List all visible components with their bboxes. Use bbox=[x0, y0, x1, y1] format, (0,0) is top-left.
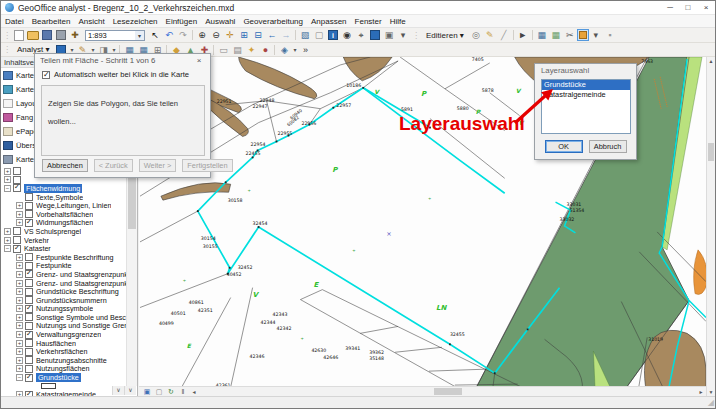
attributes-icon[interactable]: ▦ bbox=[535, 29, 548, 41]
close-button[interactable]: × bbox=[697, 3, 715, 12]
tree-row[interactable] bbox=[1, 382, 127, 391]
map-vertical-scrollbar[interactable]: ▲ ▼ bbox=[706, 57, 715, 396]
select-cursor-icon[interactable]: ↖ bbox=[149, 29, 162, 41]
layer-visibility-checkbox[interactable] bbox=[25, 202, 33, 210]
layer-listbox[interactable]: GrundstückeKatastralgemeinde bbox=[541, 79, 631, 134]
wizard-dialog[interactable]: Teilen mit Fläche - Schritt 1 von 6 × Au… bbox=[34, 53, 211, 178]
map-horizontal-scrollbar[interactable] bbox=[199, 387, 696, 396]
layer-list-item[interactable]: Katastralgemeinde bbox=[542, 90, 630, 100]
layer-visibility-checkbox[interactable] bbox=[25, 253, 33, 261]
layer-visibility-checkbox[interactable] bbox=[25, 219, 33, 227]
tree-expander-icon[interactable]: + bbox=[4, 237, 11, 244]
toc-scroll-down-icon[interactable]: ∨ bbox=[112, 386, 124, 395]
tree-expander-icon[interactable]: + bbox=[16, 340, 23, 347]
layer-visibility-checkbox[interactable] bbox=[13, 227, 21, 235]
tree-expander-icon[interactable]: + bbox=[16, 262, 23, 269]
tree-expander-icon[interactable]: + bbox=[16, 271, 23, 278]
layer-visibility-checkbox[interactable] bbox=[25, 348, 33, 356]
tree-expander-icon[interactable]: + bbox=[16, 322, 23, 329]
layer-visibility-checkbox[interactable] bbox=[13, 184, 21, 192]
attribute-table-icon[interactable]: ▦ bbox=[549, 29, 562, 41]
tree-expander-icon[interactable]: + bbox=[4, 176, 11, 183]
tree-row[interactable]: +Wege,Leitungen, Linien bbox=[1, 201, 127, 210]
redo-icon[interactable]: ↷ bbox=[177, 29, 190, 41]
maximize-button[interactable]: □ bbox=[679, 3, 697, 12]
tree-row[interactable]: +Grenz- und Staatsgrenzpunkte bbox=[1, 279, 127, 288]
point-tool-icon[interactable]: ● bbox=[259, 44, 272, 56]
menu-lesezeichen[interactable]: Lesezeichen bbox=[109, 17, 162, 26]
tree-row[interactable]: +Nutzungs und Sonstige Grenzen bbox=[1, 322, 127, 331]
print-layout-icon[interactable]: ▭ bbox=[217, 44, 230, 56]
cut-polygons-icon[interactable]: ✂ bbox=[563, 29, 576, 41]
go-to-xy-icon[interactable]: ⌖ bbox=[355, 29, 368, 41]
print-icon[interactable] bbox=[56, 30, 66, 40]
wizard-close-icon[interactable]: × bbox=[193, 56, 205, 65]
dropdown-caret-icon[interactable]: ▾ bbox=[589, 29, 602, 41]
layer-visibility-checkbox[interactable] bbox=[25, 193, 33, 201]
tree-expander-icon[interactable]: + bbox=[16, 254, 23, 261]
globe-icon[interactable] bbox=[370, 30, 380, 40]
minimize-button[interactable]: ─ bbox=[661, 3, 679, 12]
layer-list-item[interactable]: Grundstücke bbox=[542, 80, 630, 90]
tree-row[interactable]: +VS Schulsprengel bbox=[1, 227, 127, 236]
tree-row[interactable]: +Vorbehaltsflächen bbox=[1, 210, 127, 219]
tree-row[interactable]: +Verkehr bbox=[1, 236, 127, 245]
tree-expander-icon[interactable]: − bbox=[16, 374, 23, 381]
tree-row[interactable]: +Benutzungsabschnitte bbox=[1, 356, 127, 365]
editieren-menu-button[interactable]: Editieren ▾ bbox=[421, 29, 469, 41]
zoom-out-icon[interactable]: ⊖ bbox=[210, 29, 223, 41]
menu-fenster[interactable]: Fenster bbox=[351, 17, 386, 26]
tree-expander-icon[interactable]: + bbox=[16, 288, 23, 295]
resize-grip[interactable]: ◢ bbox=[708, 398, 714, 407]
find-icon[interactable]: ◉ bbox=[341, 29, 354, 41]
layer-visibility-checkbox[interactable] bbox=[25, 288, 33, 296]
toolbar-grip[interactable]: ⋮ bbox=[3, 45, 10, 54]
data-view-button[interactable]: ▣ bbox=[141, 387, 153, 396]
menu-hilfe[interactable]: Hilfe bbox=[386, 17, 410, 26]
caret-icon[interactable]: ▾ bbox=[292, 44, 298, 56]
edit-vertices-icon[interactable]: ╱ bbox=[497, 29, 510, 41]
wizard-title-bar[interactable]: Teilen mit Fläche - Schritt 1 von 6 × bbox=[35, 54, 210, 67]
tree-row[interactable]: +Nutzungsflächen bbox=[1, 365, 127, 374]
tree-expander-icon[interactable]: − bbox=[4, 245, 11, 252]
tree-expander-icon[interactable]: + bbox=[16, 314, 23, 321]
tree-expander-icon[interactable]: + bbox=[16, 305, 23, 312]
tree-row[interactable]: +Grundstücksnummern bbox=[1, 296, 127, 305]
tree-expander-icon[interactable]: + bbox=[16, 365, 23, 372]
viewer-window-icon[interactable]: ▣ bbox=[383, 29, 396, 41]
layer-visibility-checkbox[interactable] bbox=[25, 339, 33, 347]
layer-visibility-checkbox[interactable] bbox=[25, 305, 33, 313]
back-extent-icon[interactable]: ← bbox=[266, 29, 279, 41]
tree-row[interactable]: +Widmungsflächen bbox=[1, 219, 127, 228]
add-data-icon[interactable]: ✚ bbox=[69, 29, 82, 41]
tree-row[interactable]: +Hausflächen bbox=[1, 339, 127, 348]
open-folder-icon[interactable] bbox=[27, 31, 39, 40]
toolbar-overflow-icon[interactable]: ▾ bbox=[397, 29, 410, 41]
vertical-scrollbar-thumb[interactable] bbox=[708, 143, 714, 161]
menu-datei[interactable]: Datei bbox=[1, 17, 28, 26]
layer-visibility-checkbox[interactable] bbox=[25, 374, 33, 382]
select-features-icon[interactable]: ▧ bbox=[299, 29, 312, 41]
tree-expander-icon[interactable]: + bbox=[16, 211, 23, 218]
scroll-up-icon[interactable]: ▲ bbox=[707, 57, 715, 65]
star-tool-icon[interactable]: ✦ bbox=[245, 44, 258, 56]
toc-scrollbar-thumb[interactable] bbox=[128, 173, 136, 229]
toolbar-grip[interactable]: ⋮ bbox=[412, 31, 419, 40]
layer-visibility-checkbox[interactable] bbox=[25, 331, 33, 339]
tree-expander-icon[interactable]: + bbox=[16, 348, 23, 355]
legend-icon[interactable]: ▤ bbox=[231, 44, 244, 56]
toolbar-grip[interactable]: ⋮ bbox=[3, 31, 10, 40]
layer-select-dialog[interactable]: Layerauswahl GrundstückeKatastralgemeind… bbox=[534, 63, 637, 160]
run-icon[interactable]: » bbox=[299, 44, 312, 56]
tree-row[interactable]: +Nutzungssymbole bbox=[1, 305, 127, 314]
combo-dropdown-icon[interactable]: ▾ bbox=[135, 31, 144, 40]
layer-visibility-checkbox[interactable] bbox=[13, 167, 21, 175]
tree-row[interactable]: −Flächenwidmung bbox=[1, 184, 127, 193]
sketch-pencil-icon[interactable]: ✎ bbox=[483, 29, 496, 41]
save-icon[interactable] bbox=[42, 30, 52, 40]
tree-row[interactable]: +Verwaltungsgrenzen bbox=[1, 330, 127, 339]
weiter-button[interactable]: Weiter > bbox=[139, 159, 177, 172]
tree-row[interactable]: Texte,Symbole bbox=[1, 193, 127, 202]
pan-icon[interactable]: ✛ bbox=[224, 29, 237, 41]
menu-ansicht[interactable]: Ansicht bbox=[74, 17, 108, 26]
